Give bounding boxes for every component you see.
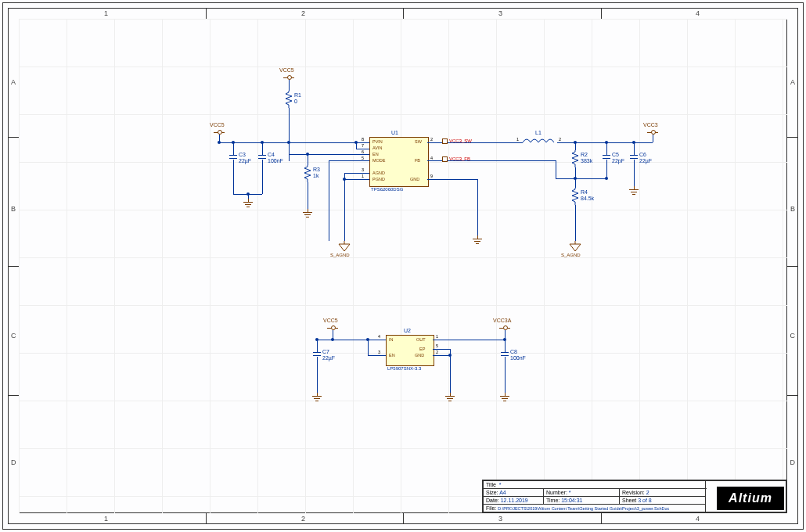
tb-date-l: Date:	[486, 498, 499, 503]
u2-out: OUT	[416, 337, 426, 342]
u1-pgnd: PGND	[372, 177, 385, 182]
wire	[505, 340, 506, 347]
tb-file-v: D:\PROJECTS\2019\Altium Content Team\Get…	[498, 506, 669, 511]
wire	[634, 164, 635, 186]
u1-p5: 5	[362, 156, 364, 160]
pin	[427, 179, 437, 180]
pin	[427, 142, 437, 143]
tb-rev-l: Revision:	[622, 490, 645, 495]
wire-en	[289, 154, 360, 155]
l1-ref: L1	[535, 130, 542, 135]
tb-num-v: *	[569, 490, 571, 495]
wire	[575, 178, 606, 179]
r1-ref: R1	[294, 92, 301, 98]
wire	[289, 80, 290, 91]
junction	[343, 178, 346, 181]
row-c-l: C	[11, 332, 16, 340]
u1-sw: SW	[415, 139, 422, 144]
row-b-l: B	[11, 205, 16, 213]
res-r2	[572, 150, 578, 167]
r1-val: 0	[294, 99, 297, 104]
wire	[344, 173, 345, 241]
wire	[606, 142, 607, 150]
gnd-u1	[471, 235, 484, 245]
r4-ref: R4	[581, 189, 588, 195]
wire	[634, 142, 635, 150]
wire	[289, 108, 290, 142]
vcc5-u2-label: VCC5	[323, 318, 338, 323]
u1-part: TPS62060DSG	[371, 187, 403, 192]
net-sw-label: VCC3_SW	[449, 138, 472, 143]
row-a-l: A	[11, 78, 16, 86]
u2-en: EN	[389, 353, 395, 358]
u2-p1: 1	[436, 334, 438, 339]
u1-agnd: AGND	[372, 171, 385, 175]
u1-p4: 4	[430, 156, 433, 160]
gnd-u2	[444, 393, 456, 402]
pin	[360, 154, 369, 155]
tb-time-v: 15:04:31	[561, 498, 582, 503]
u2-gnd: GND	[415, 353, 424, 358]
l1-p1: 1	[516, 137, 519, 142]
gnd-c8	[498, 393, 511, 402]
tb-size-v: A4	[499, 490, 506, 495]
u2-p3: 3	[378, 350, 380, 354]
wire	[308, 154, 308, 165]
r3-val: 1k	[313, 173, 318, 178]
col-1-bot: 1	[104, 515, 108, 523]
wire	[556, 160, 556, 178]
cap-c8	[500, 347, 509, 361]
schematic-sheet: 1 2 3 4 1 2 3 4 A B C D A B C D VCC5 VCC…	[0, 0, 806, 532]
wire-mode	[329, 160, 360, 161]
row-a-r: A	[790, 78, 795, 86]
row-d-r: D	[790, 458, 796, 466]
cap-c5	[602, 150, 611, 164]
wire	[505, 361, 506, 393]
wire	[344, 179, 360, 180]
u1-pvin: PVIN	[372, 139, 383, 144]
u2-ref: U2	[404, 328, 411, 333]
u1-mode: MODE	[372, 158, 386, 163]
wire	[317, 361, 318, 393]
pin	[433, 355, 442, 356]
c4-ref: C4	[268, 152, 275, 157]
sgnd-u1r	[569, 241, 581, 252]
net-fb: VCC3_FB	[442, 156, 470, 162]
wire	[262, 142, 263, 150]
u1-en: EN	[372, 152, 379, 156]
res-r3	[304, 165, 311, 182]
pin	[376, 355, 386, 356]
vcc3-label: VCC3	[643, 122, 658, 128]
tb-time-l: Time:	[546, 498, 560, 503]
u1-p6: 6	[362, 149, 364, 154]
svg-marker-0	[339, 244, 350, 251]
tb-file-l: File:	[486, 505, 496, 511]
cap-c4	[257, 150, 267, 164]
vcc5-r1-label: VCC5	[279, 67, 294, 73]
wire	[344, 173, 360, 174]
pin	[360, 160, 369, 161]
col-4-top: 4	[696, 9, 700, 17]
inductor-l1	[523, 138, 557, 146]
vcc5-left-label: VCC5	[210, 122, 225, 128]
wire	[233, 164, 234, 194]
u2-in: IN	[389, 337, 394, 342]
sagnd-r-label: S_AGND	[561, 253, 581, 257]
u1-p7: 7	[362, 143, 364, 148]
u1-p2: 2	[430, 137, 433, 142]
gnd-r3	[301, 209, 314, 218]
wire	[442, 340, 505, 340]
wire	[308, 182, 308, 209]
altium-logo: Altium	[717, 487, 784, 510]
col-1-top: 1	[104, 9, 108, 17]
u2-p2: 2	[436, 350, 438, 354]
u1-avin: AVIN	[372, 146, 382, 150]
c6-val: 22µF	[639, 158, 652, 164]
wire	[575, 142, 576, 150]
junction	[448, 354, 452, 357]
cap-c7	[312, 347, 322, 361]
u1-p1: 1	[362, 174, 364, 178]
c8-val: 100nF	[510, 355, 526, 361]
c4-val: 100nF	[268, 158, 283, 164]
r2-val: 383k	[581, 158, 592, 164]
